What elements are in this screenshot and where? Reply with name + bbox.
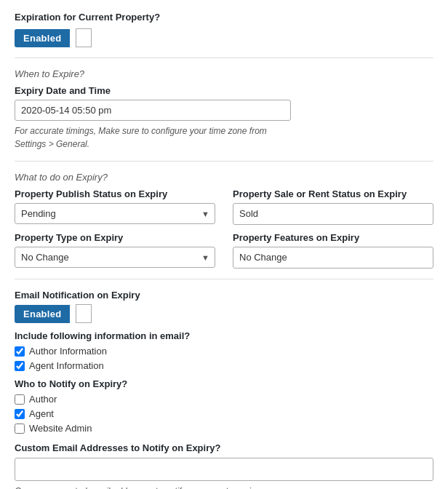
custom-email-helper: Comma-separated email addresses to notif… xyxy=(15,485,291,489)
who-notify-section: Who to Notify on Expiry? Author Agent We… xyxy=(15,378,433,434)
author-notify-text: Author xyxy=(29,394,57,405)
agent-info-text: Agent Information xyxy=(29,360,104,371)
property-features-value: No Change xyxy=(233,247,433,269)
property-type-col: Property Type on Expiry No Change Reside… xyxy=(15,232,215,269)
property-type-select[interactable]: No Change Residential Commercial xyxy=(15,247,215,268)
custom-email-input[interactable] xyxy=(15,458,433,481)
author-notify-row: Author xyxy=(15,394,433,405)
custom-email-label: Custom Email Addresses to Notify on Expi… xyxy=(15,442,433,453)
publish-status-col: Property Publish Status on Expiry Pendin… xyxy=(15,188,215,225)
publish-status-wrapper: Pending Draft Published No Change ▼ xyxy=(15,203,215,224)
expiration-title: Expiration for Current Property? xyxy=(15,12,433,23)
expiration-toggle-row: Enabled xyxy=(15,28,433,47)
agent-info-checkbox[interactable] xyxy=(15,361,25,371)
agent-info-row: Agent Information xyxy=(15,360,433,371)
expiration-section: Expiration for Current Property? Enabled xyxy=(15,12,433,47)
what-to-do-label: What to do on Expiry? xyxy=(15,172,433,183)
when-expire-section: When to Expire? Expiry Date and Time For… xyxy=(15,68,433,151)
when-expire-label: When to Expire? xyxy=(15,68,433,79)
expiry-row-1: Property Publish Status on Expiry Pendin… xyxy=(15,188,433,225)
publish-status-label: Property Publish Status on Expiry xyxy=(15,188,215,199)
sale-rent-col: Property Sale or Rent Status on Expiry S… xyxy=(233,188,433,225)
expiry-row-2: Property Type on Expiry No Change Reside… xyxy=(15,232,433,269)
who-notify-label: Who to Notify on Expiry? xyxy=(15,378,433,389)
agent-notify-text: Agent xyxy=(29,408,54,419)
divider-3 xyxy=(15,279,433,279)
expiration-enabled-button[interactable]: Enabled xyxy=(15,29,70,47)
website-admin-notify-text: Website Admin xyxy=(29,423,92,434)
property-type-label: Property Type on Expiry xyxy=(15,232,215,243)
expiration-toggle-box[interactable] xyxy=(76,28,92,47)
divider-1 xyxy=(15,57,433,58)
property-features-label: Property Features on Expiry xyxy=(233,232,433,243)
email-enabled-button[interactable]: Enabled xyxy=(15,305,70,323)
email-toggle-box[interactable] xyxy=(76,304,92,323)
expiry-date-input[interactable] xyxy=(15,100,291,121)
website-admin-notify-row: Website Admin xyxy=(15,423,433,434)
expiry-date-label: Expiry Date and Time xyxy=(15,85,433,96)
author-notify-checkbox[interactable] xyxy=(15,394,25,405)
expiry-helper-text: For accurate timings, Make sure to confi… xyxy=(15,124,291,151)
divider-2 xyxy=(15,161,433,162)
property-features-col: Property Features on Expiry No Change xyxy=(233,232,433,269)
include-info-section: Include following information in email? … xyxy=(15,330,433,371)
custom-email-section: Custom Email Addresses to Notify on Expi… xyxy=(15,442,433,489)
website-admin-notify-checkbox[interactable] xyxy=(15,424,25,434)
email-toggle-row: Enabled xyxy=(15,304,433,323)
property-type-wrapper: No Change Residential Commercial ▼ xyxy=(15,247,215,268)
publish-status-select[interactable]: Pending Draft Published No Change xyxy=(15,203,215,224)
agent-notify-row: Agent xyxy=(15,408,433,419)
email-notification-label: Email Notification on Expiry xyxy=(15,290,433,301)
author-info-row: Author Information xyxy=(15,346,433,357)
author-info-text: Author Information xyxy=(29,346,107,357)
what-to-do-section: What to do on Expiry? Property Publish S… xyxy=(15,172,433,269)
sale-rent-label: Property Sale or Rent Status on Expiry xyxy=(233,188,433,199)
include-info-label: Include following information in email? xyxy=(15,330,433,341)
email-notification-section: Email Notification on Expiry Enabled Inc… xyxy=(15,290,433,489)
author-info-checkbox[interactable] xyxy=(15,346,25,357)
agent-notify-checkbox[interactable] xyxy=(15,409,25,419)
sale-rent-value: Sold xyxy=(233,203,433,225)
